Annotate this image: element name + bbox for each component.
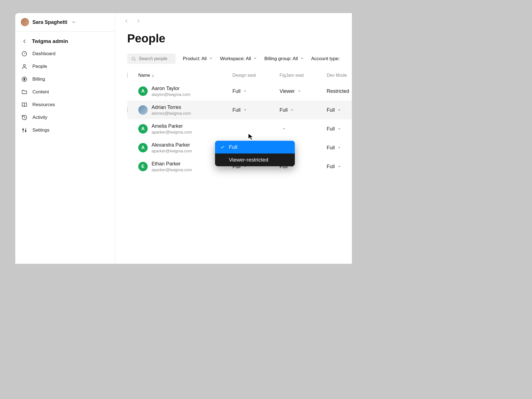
sidebar-item-label: People [32, 64, 47, 69]
menu-option-viewer-restricted[interactable]: Viewer-restricted [215, 154, 295, 166]
chevron-down-icon [243, 107, 247, 113]
user-name: Sara Spaghetti [32, 19, 67, 25]
user-switcher[interactable]: Sara Spaghetti [15, 13, 115, 32]
sidebar-item-dashboard[interactable]: Dashboard [18, 48, 112, 60]
sidebar-item-label: Content [32, 89, 49, 95]
chevron-down-icon [337, 145, 341, 151]
history-icon [21, 114, 27, 121]
check-icon [220, 145, 225, 149]
row-checkbox[interactable] [127, 107, 128, 112]
sliders-icon [21, 127, 27, 133]
person-email: atorres@twigma.com [152, 111, 191, 116]
person-name: Alexandra Parker [152, 142, 192, 148]
dev-mode-dropdown[interactable]: Full [327, 126, 352, 132]
sidebar-item-content[interactable]: Content [18, 86, 112, 98]
sidebar-back[interactable]: Twigma admin [18, 35, 112, 47]
table-row: A Aaron Taylor ataylor@twigma.com Full V… [127, 82, 352, 101]
column-header-dev-mode[interactable]: Dev Mode [327, 73, 352, 78]
chevron-down-icon [290, 107, 294, 113]
sidebar-item-activity[interactable]: Activity [18, 111, 112, 124]
design-seat-dropdown[interactable]: Full [232, 88, 280, 94]
dollar-icon [21, 76, 27, 82]
menu-option-label: Full [229, 144, 237, 150]
page-title: People [115, 25, 352, 53]
filter-label: Billing group: All [264, 56, 298, 62]
filter-bar: Product: All Workspace: All Billing grou… [115, 53, 352, 69]
chevron-down-icon [300, 56, 304, 62]
chevron-left-icon [21, 38, 27, 44]
main: People Product: All Workspace: All Billi… [115, 13, 352, 264]
arrow-down-icon: ↓ [152, 73, 154, 78]
person-name: Aaron Taylor [152, 86, 190, 91]
avatar-photo [138, 105, 148, 115]
column-header-design-seat[interactable]: Design seat [232, 73, 280, 78]
seat-dropdown-menu: Full Viewer-restricted [215, 141, 295, 166]
chevron-down-icon [337, 107, 341, 113]
chevron-down-icon [253, 56, 257, 62]
chevron-down-icon [71, 19, 77, 25]
person-cell[interactable]: Adrian Torres atorres@twigma.com [138, 104, 232, 116]
figjam-seat-dropdown[interactable]: Full [280, 107, 327, 113]
filter-account-type[interactable]: Account type: [311, 56, 340, 62]
sidebar-item-label: Dashboard [32, 51, 55, 57]
dev-mode-dropdown[interactable]: Full [327, 145, 352, 151]
figjam-seat-dropdown[interactable]: Viewer [280, 88, 327, 94]
sidebar-item-settings[interactable]: Settings [18, 124, 112, 136]
chevron-down-icon [337, 164, 341, 170]
person-email: aparker@twigma.com [152, 149, 192, 153]
person-name: Adrian Torres [152, 104, 191, 110]
person-name: Amelia Parker [152, 123, 192, 129]
filter-label: Account type: [311, 56, 340, 62]
avatar-initial: A [138, 124, 148, 134]
table-row: Adrian Torres atorres@twigma.com Full Fu… [127, 101, 352, 119]
avatar-initial: E [138, 162, 148, 171]
search-input-wrapper[interactable] [127, 53, 176, 64]
chevron-down-icon [243, 88, 247, 94]
person-name: Ethan Parker [152, 161, 192, 167]
filter-billing-group[interactable]: Billing group: All [264, 56, 304, 62]
sidebar-item-label: Resources [32, 102, 55, 108]
table-row: A Amelia Parker aparker@twigma.com Full [127, 119, 352, 138]
person-email: eparker@twigma.com [152, 167, 192, 172]
chevron-down-icon [209, 56, 213, 62]
avatar-initial: A [138, 143, 148, 152]
person-cell[interactable]: A Aaron Taylor ataylor@twigma.com [138, 86, 232, 97]
svg-line-9 [134, 60, 135, 60]
filter-label: Workspace: All [220, 56, 251, 62]
nav-forward-button[interactable] [135, 17, 142, 25]
person-email: aparker@twigma.com [152, 130, 192, 134]
search-input[interactable] [139, 56, 172, 61]
dev-mode-dropdown[interactable]: Full [327, 164, 352, 170]
dev-mode-dropdown[interactable]: Full [327, 107, 352, 113]
search-icon [131, 56, 136, 61]
chevron-down-icon [337, 126, 341, 132]
chevron-down-icon [282, 126, 286, 132]
column-header-name[interactable]: Name ↓ [138, 73, 232, 78]
column-header-figjam-seat[interactable]: FigJam seat [280, 73, 327, 78]
menu-option-label: Viewer-restricted [229, 157, 268, 163]
nav-back-button[interactable] [123, 17, 130, 25]
folder-icon [21, 89, 27, 95]
design-seat-dropdown[interactable]: Full [232, 107, 280, 113]
filter-workspace[interactable]: Workspace: All [220, 56, 257, 62]
select-all-checkbox[interactable] [127, 73, 128, 78]
person-email: ataylor@twigma.com [152, 92, 190, 97]
avatar [21, 18, 29, 26]
table-header: Name ↓ Design seat FigJam seat Dev Mode [127, 69, 352, 82]
sidebar-section-title: Twigma admin [32, 38, 68, 44]
sidebar-item-billing[interactable]: Billing [18, 73, 112, 85]
app-window: Sara Spaghetti Twigma admin Dashboard [15, 13, 352, 264]
avatar-initial: A [138, 86, 148, 96]
person-cell[interactable]: A Amelia Parker aparker@twigma.com [138, 123, 232, 134]
sidebar-item-resources[interactable]: Resources [18, 99, 112, 111]
book-icon [21, 102, 27, 108]
sidebar-item-people[interactable]: People [18, 60, 112, 73]
figjam-seat-dropdown[interactable] [280, 126, 327, 132]
gauge-icon [21, 51, 27, 57]
person-icon [21, 63, 27, 70]
sidebar-item-label: Billing [32, 76, 45, 82]
filter-product[interactable]: Product: All [183, 56, 213, 62]
menu-option-full[interactable]: Full [215, 141, 295, 154]
dev-mode-dropdown[interactable]: Restricted [327, 88, 352, 94]
sidebar-item-label: Settings [32, 127, 49, 133]
